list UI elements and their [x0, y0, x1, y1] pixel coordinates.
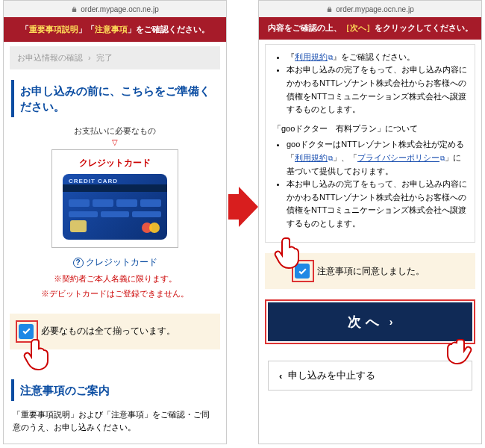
list-item: gooドクターはNTTレゾナント株式会社が定める「利用規約⧉」、「プライバシーポ… [287, 138, 467, 178]
lock-icon [326, 6, 333, 13]
link-terms[interactable]: 利用規約 [295, 52, 328, 61]
checkbox-ready-label: 必要なものは全て揃っています。 [41, 325, 175, 337]
pointer-hand-icon [272, 235, 302, 270]
breadcrumb: お申込情報の確認 › 完了 [10, 46, 220, 69]
card-warning-1: ※契約者ご本人名義に限ります。 [14, 273, 216, 285]
notes-body: 「重要事項説明」および「注意事項」をご確認・ご同意のうえ、お申し込みください。 [13, 408, 217, 435]
list-item: 本お申し込みの完了をもって、お申し込み内容にかかわるNTTレゾナント株式会社から… [287, 63, 467, 116]
payment-required-label: お支払いに必要なもの [14, 125, 216, 137]
link-terms2[interactable]: 利用規約 [295, 153, 328, 162]
arrow-right-icon [228, 187, 258, 227]
chevron-right-icon: › [88, 53, 91, 62]
screen-agree-next: order.mypage.ocn.ne.jp 内容をご確認の上、［次へ］をクリッ… [258, 0, 482, 444]
subheading-goodoctor: 「gooドクター 有料プラン」について [273, 122, 467, 136]
credit-card-help[interactable]: ?クレジットカード [14, 255, 216, 270]
link-privacy[interactable]: プライバシーポリシー [357, 153, 439, 162]
cancel-button-label: 申し込みを中止する [288, 369, 375, 382]
list-item: 本お申し込みの完了をもって、お申し込み内容にかかわるNTTレゾナント株式会社から… [287, 178, 467, 230]
lock-icon [71, 6, 78, 13]
chevron-left-icon: ‹ [279, 370, 282, 382]
crumb-step-done: 完了 [96, 53, 113, 62]
pointer-hand-icon [22, 337, 51, 371]
heading-prepare: お申し込みの前に、こちらをご準備ください。 [11, 80, 219, 117]
heading-notes: 注意事項のご案内 [11, 379, 219, 401]
credit-card-box: クレジットカード CREDIT CARD [51, 149, 178, 249]
banner-confirm-notes: 「重要事項説明」「注意事項」をご確認ください。 [4, 17, 226, 42]
credit-card-image: CREDIT CARD [63, 174, 167, 240]
credit-card-title: クレジットカード [63, 156, 167, 170]
checkbox-agree-label: 注意事項に同意しました。 [317, 265, 425, 278]
screen-prepare: order.mypage.ocn.ne.jp 「重要事項説明」「注意事項」をご確… [3, 0, 227, 444]
url-host: order.mypage.ocn.ne.jp [336, 5, 414, 13]
address-bar: order.mypage.ocn.ne.jp [259, 1, 481, 17]
pointer-hand-icon [444, 335, 474, 370]
banner-click-next: 内容をご確認の上、［次へ］をクリックしてください。 [259, 17, 481, 40]
address-bar: order.mypage.ocn.ne.jp [4, 1, 226, 17]
cancel-button[interactable]: ‹ 申し込みを中止する [268, 361, 472, 391]
url-host: order.mypage.ocn.ne.jp [81, 5, 159, 13]
question-icon: ? [73, 258, 84, 268]
triangle-down-icon: ▽ [14, 139, 216, 146]
crumb-step-confirm: お申込情報の確認 [17, 53, 83, 62]
card-warning-2: ※デビットカードはご登録できません。 [14, 287, 216, 300]
terms-box: 『利用規約⧉』をご確認ください。 本お申し込みの完了をもって、お申し込み内容にか… [265, 44, 475, 243]
list-item: 『利用規約⧉』をご確認ください。 [287, 51, 467, 64]
